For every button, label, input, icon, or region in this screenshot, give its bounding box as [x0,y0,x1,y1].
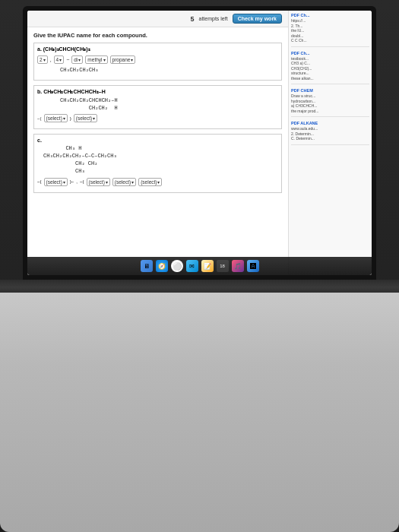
clock-widget: 18 [217,260,229,272]
compound-c-selects: −( (select) )− , −( (select) (select) (s… [37,178,278,186]
compound-c-label: c. [37,138,278,143]
attempts-number: 5 [190,15,194,23]
compound-c-structure: CH₃ H CH₃CH₂CH₂CH₂–C–C–CH₂CH₃ CH₂ CH₂ CH… [37,145,278,175]
compound-a-row: a. (CH₃)₂CHCH(CH₃)₂ [37,46,278,52]
select-b-left[interactable]: (select) [44,114,68,122]
select-c-4[interactable]: (select) [138,178,162,186]
compound-b-selects: −( (select) ) (select) [37,114,278,122]
sidebar-label-1[interactable]: PDF Ch... [291,13,369,17]
sidebar-item-2: PDF Ch... testbook...CH3 a) C...CH3(CH2)… [291,51,369,85]
mail-icon[interactable]: ✉ [186,260,198,272]
screen-area: 5 attempts left Check my work Give the I… [23,6,376,280]
screen-bezel: 5 attempts left Check my work Give the I… [23,6,376,280]
check-my-work-button[interactable]: Check my work [233,14,282,24]
sidebar-item-4: PDF ALKANE www.aula.edu...2. Determin...… [291,121,369,145]
screen-content: 5 attempts left Check my work Give the I… [27,11,372,275]
compound-b-label: b. CH₃CH₂CH₂CHCHCH₂–H [37,89,278,95]
browser-main: 5 attempts left Check my work Give the I… [27,11,288,275]
attempts-label: attempts left [199,16,228,21]
select-c-1[interactable]: (select) [44,178,68,186]
taskbar: 🖥 🧭 ⚪ ✉ 📝 18 🎵 🅰 [27,257,372,275]
keyboard-base: MacBook Air esc F1 F2 F3 F4 F5 F6 F7 F8 … [0,293,399,532]
select-c-2[interactable]: (select) [87,178,110,186]
select-di[interactable]: di [71,55,83,64]
sidebar-label-2[interactable]: PDF Ch... [291,51,369,55]
compound-a-label: a. (CH₃)₂CHCH(CH₃)₂ [37,46,90,52]
sidebar-item-3: PDF CHEM Draw a struc...hydrocarbon...a)… [291,88,369,117]
select-4[interactable]: 4 [54,55,65,64]
sidebar-text-4: www.aula.edu...2. Determin...C. Determin… [291,126,369,141]
safari-icon[interactable]: 🧭 [156,260,168,272]
notes-icon[interactable]: 📝 [201,260,214,272]
chrome-icon[interactable]: ⚪ [171,260,183,272]
right-sidebar: PDF Ch... https://...2. Th...the IU...do… [288,11,372,275]
sidebar-item-1: PDF Ch... https://...2. Th...the IU...do… [291,13,369,47]
select-c-3[interactable]: (select) [112,178,136,186]
compound-b-structure: CH₃CH₂CH₂CHCHCH₂–H CH₂CH₂ H [37,97,278,112]
question-title: Give the IUPAC name for each compound. [33,32,282,39]
sidebar-text-1: https://...2. Th...the IU...doubl...C C … [291,18,369,43]
appstore-icon[interactable]: 🅰 [247,260,259,272]
compound-c-section: c. CH₃ H CH₃CH₂CH₂CH₂–C–C–CH₂CH₃ CH₂ CH₂… [33,134,282,192]
compound-a-section: a. (CH₃)₂CHCH(CH₃)₂ 2 , 4 − di methyl pr… [33,43,282,81]
sidebar-text-2: testbook...CH3 a) C...CH3(CH2)...structu… [291,56,369,81]
question-area: Give the IUPAC name for each compound. a… [27,27,288,202]
compound-a-structure: CH₃CH₂CH₂CH₃ [37,67,278,74]
select-methyl[interactable]: methyl [85,55,107,64]
compound-a-selects: 2 , 4 − di methyl propane [37,55,278,64]
sidebar-label-4[interactable]: PDF ALKANE [291,121,369,125]
laptop-body: 5 attempts left Check my work Give the I… [0,0,399,532]
select-b-right[interactable]: (select) [74,114,97,122]
sidebar-text-3: Draw a struc...hydrocarbon...a) CH3CHCH.… [291,93,369,113]
finder-icon[interactable]: 🖥 [141,260,153,272]
top-bar: 5 attempts left Check my work [27,11,288,27]
select-2[interactable]: 2 [37,55,48,64]
select-propane[interactable]: propane [110,55,136,64]
sidebar-label-3[interactable]: PDF CHEM [291,88,369,93]
compound-b-section: b. CH₃CH₂CH₂CHCHCH₂–H CH₃CH₂CH₂CHCHCH₂–H… [33,85,282,130]
music-icon[interactable]: 🎵 [232,260,244,272]
